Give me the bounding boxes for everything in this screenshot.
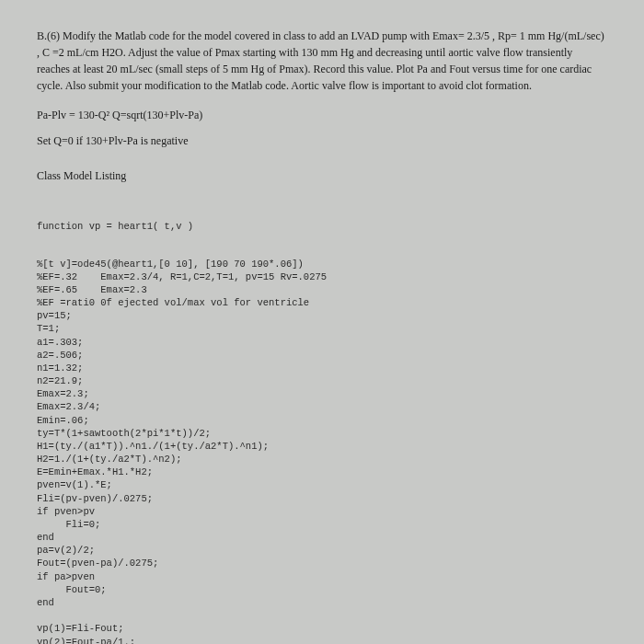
- matlab-code-block: function vp = heart1( t,v ) %[t v]=ode45…: [37, 207, 607, 644]
- function-body: %[t v]=ode45(@heart1,[0 10], [190 70 190…: [37, 258, 607, 644]
- equation-1: Pa-Plv = 130-Q² Q=sqrt(130+Plv-Pa): [37, 107, 607, 123]
- equation-2: Set Q=0 if 130+Plv-Pa is negative: [37, 132, 607, 149]
- function-declaration: function vp = heart1( t,v ): [37, 220, 607, 233]
- problem-statement: B.(6) Modify the Matlab code for the mod…: [37, 28, 607, 94]
- code-listing-heading: Class Model Listing: [37, 167, 607, 184]
